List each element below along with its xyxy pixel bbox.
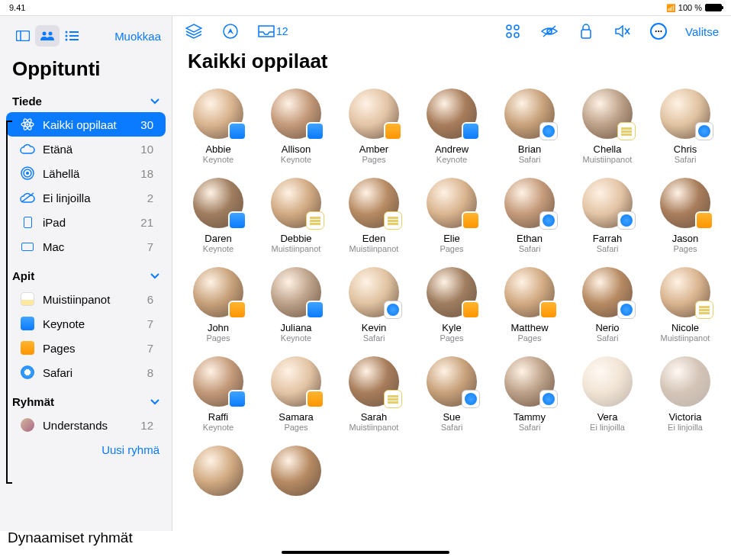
layers-icon[interactable] bbox=[185, 22, 203, 40]
notes-icon bbox=[20, 291, 35, 307]
student-item[interactable]: John Pages bbox=[183, 267, 253, 343]
compass-icon[interactable] bbox=[221, 22, 240, 40]
grid-icon[interactable] bbox=[504, 22, 522, 40]
keynote-icon bbox=[20, 316, 35, 331]
svg-line-17 bbox=[21, 193, 34, 202]
safari-badge-icon bbox=[695, 122, 713, 140]
student-name: Daren bbox=[204, 233, 231, 244]
sidebar-item-count: 6 bbox=[147, 293, 153, 306]
student-name: Eden bbox=[362, 233, 385, 244]
sidebar-item-label: Lähellä bbox=[43, 167, 133, 180]
student-item[interactable]: Amber Pages bbox=[339, 89, 409, 164]
student-item[interactable]: Kyle Pages bbox=[417, 267, 487, 343]
sidebar-item-apps-2[interactable]: Pages 7 bbox=[6, 336, 166, 360]
edit-button[interactable]: Muokkaa bbox=[114, 30, 161, 43]
sidebar-item-science-2[interactable]: Lähellä 18 bbox=[6, 161, 166, 185]
student-item[interactable]: Debbie Muistiinpanot bbox=[261, 178, 331, 253]
more-icon[interactable]: ··· bbox=[650, 23, 667, 40]
notes-badge-icon bbox=[617, 122, 636, 140]
sidebar-item-science-5[interactable]: Mac 7 bbox=[6, 234, 166, 259]
student-item[interactable]: Chella Muistiinpanot bbox=[572, 89, 642, 164]
student-name: Nerio bbox=[595, 322, 619, 333]
student-item[interactable]: Allison Keynote bbox=[261, 89, 331, 164]
student-name: Matthew bbox=[510, 322, 548, 333]
sidebar-item-count: 12 bbox=[140, 419, 153, 432]
sidebar-item-science-0[interactable]: Kaikki oppilaat 30 bbox=[6, 112, 166, 137]
mute-icon[interactable] bbox=[613, 22, 632, 40]
student-item[interactable]: Sarah Muistiinpanot bbox=[339, 356, 409, 432]
student-item[interactable]: Jason Pages bbox=[650, 178, 720, 253]
student-item[interactable]: Kevin Safari bbox=[339, 267, 409, 343]
section-header-groups[interactable]: Ryhmät bbox=[0, 391, 172, 413]
safari-badge-icon bbox=[384, 301, 402, 319]
student-item[interactable]: Raffi Keynote bbox=[183, 356, 253, 432]
pages-badge-icon bbox=[384, 122, 402, 140]
student-name: Nicole bbox=[671, 322, 699, 333]
sidebar-item-count: 7 bbox=[147, 317, 153, 330]
student-item[interactable]: Andrew Keynote bbox=[417, 89, 487, 164]
safari-badge-icon bbox=[539, 390, 558, 408]
student-app-label: Muistiinpanot bbox=[349, 244, 399, 253]
student-item[interactable] bbox=[261, 446, 331, 500]
select-button[interactable]: Valitse bbox=[685, 25, 719, 38]
student-item[interactable]: Juliana Keynote bbox=[261, 267, 331, 343]
status-bar: 9.41 100 % bbox=[0, 0, 731, 15]
sidebar-item-apps-0[interactable]: Muistiinpanot 6 bbox=[6, 287, 166, 311]
safari-badge-icon bbox=[539, 211, 558, 230]
student-item[interactable]: Chris Safari bbox=[650, 89, 720, 164]
student-item[interactable]: Elie Pages bbox=[417, 178, 487, 253]
student-item[interactable] bbox=[183, 446, 253, 500]
lock-icon[interactable] bbox=[577, 22, 595, 40]
sidebar-item-apps-3[interactable]: Safari 8 bbox=[6, 360, 166, 385]
list-view-icon[interactable] bbox=[60, 25, 84, 47]
sidebar-item-count: 21 bbox=[140, 216, 153, 229]
student-item[interactable]: Victoria Ei linjoilla bbox=[650, 356, 720, 432]
safari-icon bbox=[20, 365, 35, 380]
student-name: Andrew bbox=[435, 143, 469, 155]
sidebar-item-count: 7 bbox=[147, 342, 153, 355]
sidebar-item-science-3[interactable]: Ei linjoilla 2 bbox=[6, 185, 166, 210]
people-view-icon[interactable] bbox=[35, 25, 60, 47]
cloud-icon bbox=[20, 141, 35, 156]
student-item[interactable]: Abbie Keynote bbox=[183, 89, 253, 164]
chevron-down-icon bbox=[150, 399, 159, 405]
annotation-callout-line bbox=[6, 121, 8, 484]
sidebar-item-groups-0[interactable]: Understands 12 bbox=[6, 413, 166, 437]
student-item[interactable]: Vera Ei linjoilla bbox=[572, 356, 642, 432]
new-group-button[interactable]: Uusi ryhmä bbox=[0, 437, 172, 462]
sidebar-item-label: Kaikki oppilaat bbox=[43, 118, 133, 131]
section-header-apps[interactable]: Apit bbox=[0, 265, 172, 287]
hide-icon[interactable] bbox=[540, 22, 559, 40]
student-item[interactable]: Tammy Safari bbox=[494, 356, 565, 432]
sidebar-item-science-1[interactable]: Etänä 10 bbox=[6, 137, 166, 161]
student-item[interactable]: Sue Safari bbox=[417, 356, 487, 432]
toolbar: 12 ··· Valitse bbox=[172, 16, 731, 47]
student-name: Victoria bbox=[668, 411, 701, 423]
inbox-icon[interactable]: 12 bbox=[258, 22, 288, 40]
student-item[interactable]: Nicole Muistiinpanot bbox=[650, 267, 720, 343]
student-item[interactable]: Matthew Pages bbox=[494, 267, 565, 343]
student-app-label: Ei linjoilla bbox=[590, 423, 625, 432]
student-item[interactable]: Eden Muistiinpanot bbox=[339, 178, 409, 253]
student-item[interactable]: Samara Pages bbox=[261, 356, 331, 432]
svg-point-22 bbox=[514, 33, 519, 37]
student-item[interactable]: Farrah Safari bbox=[572, 178, 642, 253]
student-item[interactable]: Nerio Safari bbox=[572, 267, 642, 343]
svg-point-6 bbox=[66, 39, 68, 41]
sidebar-item-count: 8 bbox=[147, 366, 153, 379]
student-name: Kyle bbox=[442, 322, 461, 333]
sidebar-item-apps-1[interactable]: Keynote 7 bbox=[6, 311, 166, 336]
student-item[interactable]: Ethan Safari bbox=[494, 178, 565, 253]
safari-badge-icon bbox=[617, 211, 636, 230]
sidebar-toggle-icon[interactable] bbox=[11, 25, 35, 47]
student-item[interactable]: Daren Keynote bbox=[183, 178, 253, 253]
student-name: Brian bbox=[518, 143, 541, 155]
section-label: Tiede bbox=[12, 95, 42, 108]
main-content: 12 ··· Valitse Kaikki oppilaat Abbie Key… bbox=[172, 16, 731, 531]
student-item[interactable]: Brian Safari bbox=[494, 89, 565, 164]
sidebar-item-science-4[interactable]: iPad 21 bbox=[6, 210, 166, 234]
home-indicator[interactable] bbox=[282, 551, 449, 554]
section-header-science[interactable]: Tiede bbox=[0, 90, 172, 112]
student-app-label: Pages bbox=[206, 333, 230, 343]
student-app-label: Pages bbox=[284, 423, 308, 432]
